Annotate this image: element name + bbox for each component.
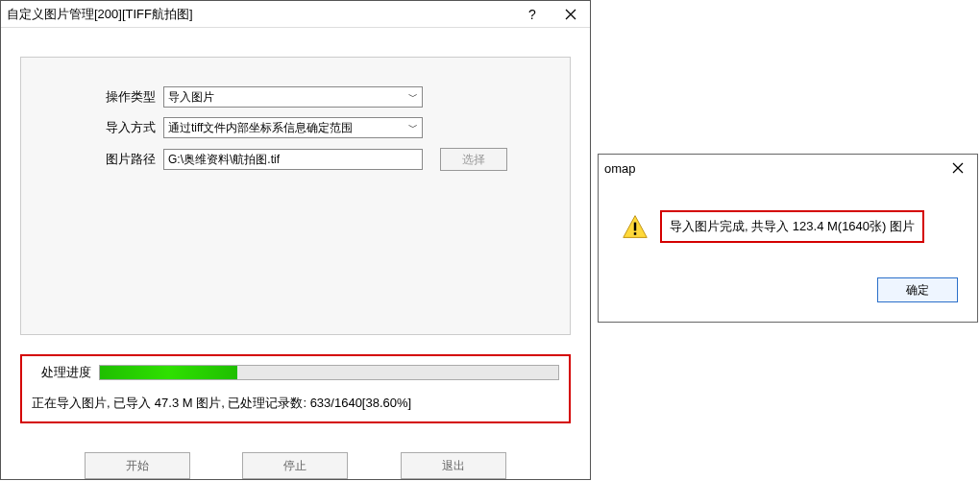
close-icon xyxy=(952,162,964,174)
import-mode-select[interactable]: 通过tiff文件内部坐标系信息确定范围 ﹀ xyxy=(163,117,423,138)
path-input[interactable]: G:\奥维资料\航拍图.tif xyxy=(163,149,423,170)
image-manager-dialog: 自定义图片管理[200][TIFF航拍图] ? 操作类型 导入图片 ﹀ 导入方式… xyxy=(0,0,591,480)
window-title: omap xyxy=(604,161,939,176)
chevron-down-icon: ﹀ xyxy=(408,90,418,104)
omap-message-dialog: omap 导入图片完成, 共导入 123.4 M(1640张) 图片 确定 xyxy=(598,154,978,323)
dialog-body: 导入图片完成, 共导入 123.4 M(1640张) 图片 确定 xyxy=(599,181,977,322)
path-label: 图片路径 xyxy=(98,151,156,168)
svg-rect-6 xyxy=(634,232,636,235)
stop-button[interactable]: 停止 xyxy=(242,452,348,479)
close-button[interactable] xyxy=(939,155,977,181)
chevron-down-icon: ﹀ xyxy=(408,121,418,134)
import-mode-value: 通过tiff文件内部坐标系信息确定范围 xyxy=(168,120,404,136)
import-mode-label: 导入方式 xyxy=(98,119,156,136)
help-button[interactable]: ? xyxy=(513,1,551,28)
warning-icon xyxy=(622,213,649,240)
progress-panel: 处理进度 正在导入图片, 已导入 47.3 M 图片, 已处理记录数: 633/… xyxy=(20,354,571,423)
progress-label: 处理进度 xyxy=(41,364,91,381)
progress-status: 正在导入图片, 已导入 47.3 M 图片, 已处理记录数: 633/1640[… xyxy=(32,395,559,412)
svg-rect-5 xyxy=(634,223,636,231)
progress-bar xyxy=(99,365,559,380)
progress-fill xyxy=(100,366,237,379)
op-type-select[interactable]: 导入图片 ﹀ xyxy=(163,86,423,108)
exit-button[interactable]: 退出 xyxy=(401,452,506,479)
close-button[interactable] xyxy=(551,1,590,28)
titlebar: 自定义图片管理[200][TIFF航拍图] ? xyxy=(1,1,590,28)
start-button[interactable]: 开始 xyxy=(85,452,190,479)
form-panel: 操作类型 导入图片 ﹀ 导入方式 通过tiff文件内部坐标系信息确定范围 ﹀ 图… xyxy=(20,57,571,335)
path-value: G:\奥维资料\航拍图.tif xyxy=(168,152,280,168)
op-type-label: 操作类型 xyxy=(98,88,156,106)
button-row: 开始 停止 退出 xyxy=(20,452,571,479)
message-text: 导入图片完成, 共导入 123.4 M(1640张) 图片 xyxy=(660,210,924,243)
titlebar: omap xyxy=(599,155,977,181)
close-icon xyxy=(565,9,576,20)
window-title: 自定义图片管理[200][TIFF航拍图] xyxy=(7,6,513,23)
ok-button[interactable]: 确定 xyxy=(877,277,958,302)
dialog-body: 操作类型 导入图片 ﹀ 导入方式 通过tiff文件内部坐标系信息确定范围 ﹀ 图… xyxy=(1,28,590,481)
select-path-button[interactable]: 选择 xyxy=(440,148,507,171)
op-type-value: 导入图片 xyxy=(168,89,404,106)
